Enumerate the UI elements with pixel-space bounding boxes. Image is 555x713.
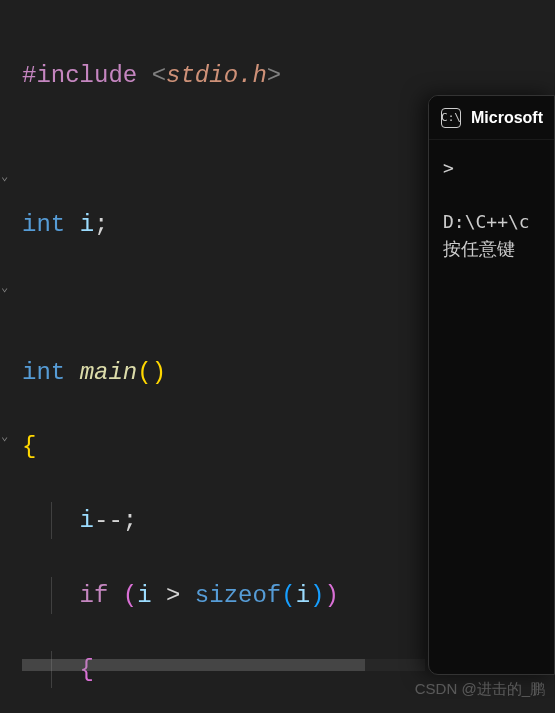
fold-chevron-icon[interactable]: ⌄ (1, 168, 8, 187)
terminal-window[interactable]: C:\ Microsoft > D:\C++\c 按任意键 (428, 95, 555, 675)
watermark-text: CSDN @进击的_鹏 (415, 680, 545, 699)
main-func: main (80, 359, 138, 386)
preproc-token: #include (22, 62, 137, 89)
terminal-titlebar[interactable]: C:\ Microsoft (429, 96, 554, 140)
fold-chevron-icon[interactable]: ⌄ (1, 279, 8, 298)
fold-gutter: ⌄ ⌄ ⌄ (0, 0, 14, 713)
terminal-line: D:\C++\c (443, 211, 530, 232)
terminal-title: Microsoft (471, 109, 543, 127)
terminal-line: 按任意键 (443, 238, 515, 259)
scrollbar-thumb[interactable] (22, 659, 365, 671)
terminal-icon: C:\ (441, 108, 461, 128)
if-keyword: if (80, 582, 109, 609)
header-name: stdio.h (166, 62, 267, 89)
type-keyword: int (22, 211, 65, 238)
fold-chevron-icon[interactable]: ⌄ (1, 428, 8, 447)
terminal-output[interactable]: > D:\C++\c 按任意键 (429, 140, 554, 276)
sizeof-keyword: sizeof (195, 582, 281, 609)
terminal-prompt: > (443, 157, 454, 178)
horizontal-scrollbar[interactable] (22, 659, 425, 671)
global-var: i (80, 211, 94, 238)
